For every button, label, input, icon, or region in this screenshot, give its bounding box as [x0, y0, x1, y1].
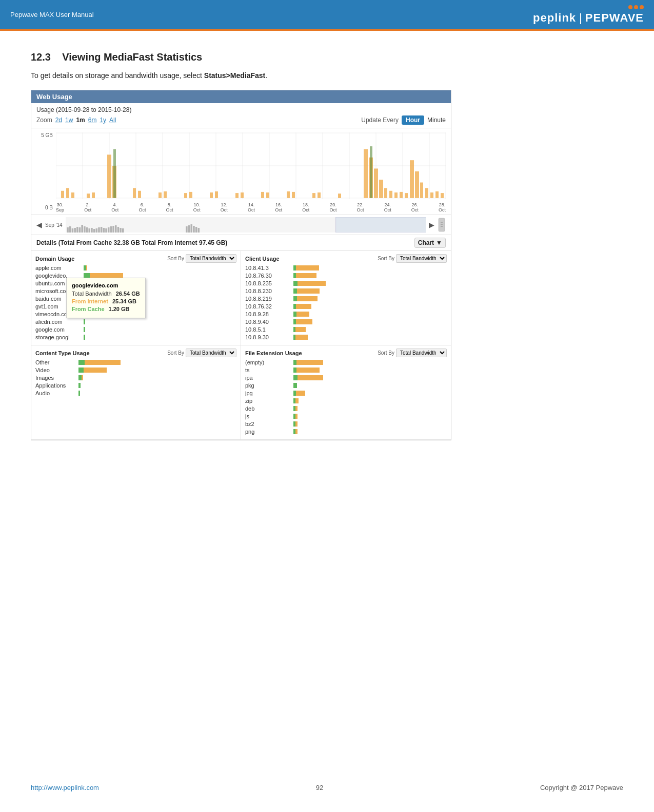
- svg-rect-69: [84, 226, 86, 233]
- footer-copyright: Copyright @ 2017 Pepwave: [540, 784, 623, 791]
- zoom-2d[interactable]: 2d: [55, 117, 62, 124]
- client-sort-label: Sort By: [378, 256, 394, 261]
- x-label-12: 24.Oct: [384, 202, 391, 212]
- update-minute-btn[interactable]: Minute: [427, 117, 446, 124]
- mini-nav-right[interactable]: ▶: [429, 221, 434, 229]
- svg-rect-66: [76, 227, 78, 233]
- list-item: 10.8.76.30: [245, 273, 447, 279]
- svg-rect-52: [400, 192, 403, 198]
- svg-rect-51: [394, 192, 398, 198]
- mini-chart-svg: [66, 217, 426, 233]
- chart-dropdown[interactable]: Chart ▼: [414, 238, 446, 248]
- x-label-6: 12.Oct: [221, 202, 228, 212]
- svg-rect-75: [98, 227, 100, 233]
- bar-yellow: [295, 414, 298, 419]
- scroll-handle[interactable]: [438, 217, 446, 233]
- svg-rect-76: [101, 227, 103, 233]
- svg-rect-93: [439, 218, 445, 231]
- svg-rect-40: [292, 192, 295, 198]
- tooltip-total-row: Total Bandwidth 26.54 GB: [72, 291, 140, 297]
- svg-rect-43: [338, 194, 341, 198]
- svg-rect-48: [379, 180, 383, 198]
- zoom-1y[interactable]: 1y: [100, 117, 106, 124]
- list-item: 10.8.8.219: [245, 296, 447, 302]
- client-usage-panel: Client Usage Sort By Total Bandwidth 10.…: [241, 251, 451, 345]
- list-item: png: [245, 429, 447, 435]
- section-heading: 12.3 Viewing MediaFast Statistics: [31, 51, 623, 63]
- svg-rect-20: [66, 188, 69, 198]
- intro-text-start: To get details on storage and bandwidth …: [31, 71, 204, 80]
- list-item: Video: [35, 367, 236, 373]
- logo-dot-3: [640, 5, 644, 9]
- bar-yellow: [82, 375, 83, 380]
- mini-nav-left[interactable]: ◀: [36, 221, 42, 229]
- bar-green: [78, 368, 84, 373]
- main-chart-svg: [56, 132, 446, 199]
- logo-pepwave: PEPWAVE: [585, 11, 644, 25]
- svg-rect-34: [215, 191, 218, 198]
- svg-rect-92: [335, 217, 426, 233]
- list-item: Other: [35, 359, 236, 365]
- svg-rect-83: [117, 227, 119, 233]
- intro-bold: Status>MediaFast: [204, 71, 265, 80]
- svg-rect-22: [87, 194, 90, 198]
- y-label-0b: 0 B: [36, 205, 53, 210]
- svg-rect-28: [138, 191, 141, 198]
- client-usage-title: Client Usage: [245, 256, 280, 262]
- tooltip-cache-row: From Cache 1.20 GB: [72, 306, 140, 312]
- logo-dots: [628, 5, 644, 9]
- bar-green: [293, 281, 298, 286]
- domain-sort-by: Sort By Total Bandwidth: [167, 254, 236, 263]
- update-label: Update Every: [361, 117, 399, 124]
- section-number: 12.3: [31, 51, 51, 63]
- content-sort-dropdown[interactable]: Total Bandwidth: [186, 349, 236, 357]
- svg-rect-41: [312, 193, 315, 198]
- list-item: Images: [35, 375, 236, 381]
- mini-chart-area: ◀ Sep '14: [31, 215, 451, 235]
- update-controls: Update Every Hour Minute: [361, 115, 446, 125]
- content-type-panel: Content Type Usage Sort By Total Bandwid…: [31, 345, 241, 440]
- svg-rect-44: [364, 149, 368, 198]
- logo-sep: |: [579, 11, 582, 25]
- list-item: jpg: [245, 390, 447, 396]
- details-header: Details (Total From Cache 32.38 GB Total…: [31, 235, 451, 251]
- logo-dot-2: [634, 5, 638, 9]
- zoom-1m[interactable]: 1m: [76, 117, 85, 124]
- bar-yellow: [295, 335, 308, 340]
- bar-yellow: [298, 281, 326, 286]
- client-sort-dropdown[interactable]: Total Bandwidth: [396, 254, 447, 263]
- details-title: Details (Total From Cache 32.38 GB Total…: [36, 239, 227, 246]
- svg-rect-71: [88, 228, 90, 233]
- domain-sort-dropdown[interactable]: Total Bandwidth: [186, 254, 236, 263]
- svg-rect-88: [190, 224, 192, 233]
- domain-tooltip: googlevideo.com Total Bandwidth 26.54 GB…: [66, 278, 146, 318]
- domain-usage-header: Domain Usage Sort By Total Bandwidth: [35, 254, 236, 263]
- dropdown-arrow-icon: ▼: [436, 239, 442, 246]
- x-label-9: 18.Oct: [302, 202, 309, 212]
- client-usage-header: Client Usage Sort By Total Bandwidth: [245, 254, 447, 263]
- update-hour-btn[interactable]: Hour: [402, 115, 424, 125]
- svg-rect-27: [133, 188, 136, 198]
- bar-yellow: [296, 265, 319, 270]
- list-item: (empty): [245, 359, 447, 365]
- list-item: pkg: [245, 382, 447, 389]
- svg-rect-72: [91, 228, 93, 233]
- zoom-1w[interactable]: 1w: [65, 117, 73, 124]
- file-ext-sort-dropdown[interactable]: Total Bandwidth: [396, 349, 447, 357]
- list-item: deb: [245, 405, 447, 412]
- list-item: google.com: [35, 326, 236, 333]
- content-list: Other Video Images: [35, 359, 236, 396]
- zoom-all[interactable]: All: [109, 117, 116, 124]
- zoom-6m[interactable]: 6m: [88, 117, 97, 124]
- file-ext-sort-by: Sort By Total Bandwidth: [378, 349, 447, 357]
- svg-rect-70: [86, 227, 88, 233]
- intro-text-end: .: [265, 71, 267, 80]
- bar-yellow: [85, 360, 121, 365]
- x-label-14: 28.Oct: [439, 202, 446, 212]
- mini-chart-label: Sep '14: [45, 222, 63, 228]
- bar-yellow: [296, 368, 320, 373]
- bar-yellow: [296, 312, 309, 317]
- svg-rect-68: [81, 225, 83, 233]
- content-type-header: Content Type Usage Sort By Total Bandwid…: [35, 349, 236, 357]
- manual-title: Pepwave MAX User Manual: [10, 11, 94, 18]
